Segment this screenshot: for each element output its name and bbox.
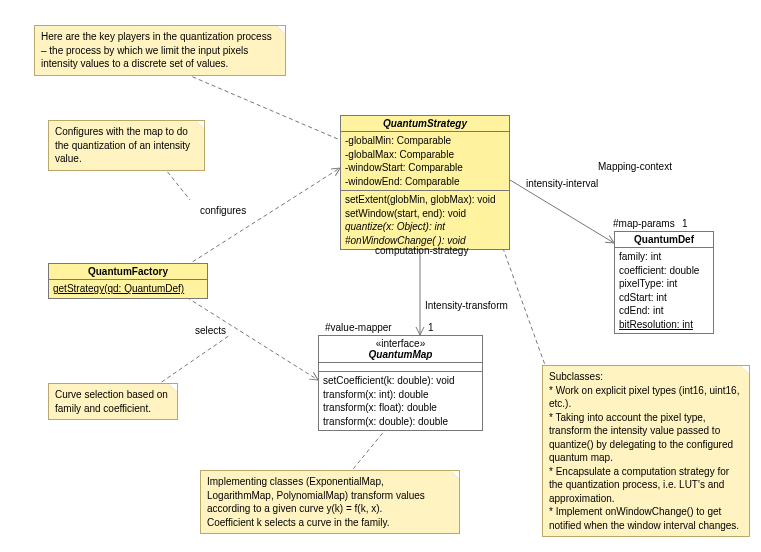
class-name: QuantumDef <box>634 234 694 245</box>
class-attrs-empty <box>319 363 482 372</box>
class-name: QuantumFactory <box>88 266 168 277</box>
class-title: «interface» QuantumMap <box>319 336 482 363</box>
attr-bitresolution: bitResolution: int <box>619 318 709 332</box>
label-intensity-transform: Intensity-transform <box>425 300 508 311</box>
class-ops: getStrategy(qd: QuantumDef) <box>49 280 207 298</box>
class-quantum-factory: QuantumFactory getStrategy(qd: QuantumDe… <box>48 263 208 299</box>
label-map-params-mult: 1 <box>682 218 688 229</box>
attr-cdstart: cdStart: int <box>619 291 709 305</box>
attr-pixeltype: pixelType: int <box>619 277 709 291</box>
label-value-mapper-mult: 1 <box>428 322 434 333</box>
attr-globalmin: -globalMin: Comparable <box>345 134 505 148</box>
attr-globalmax: -globalMax: Comparable <box>345 148 505 162</box>
class-stereo: «interface» <box>323 338 478 349</box>
op-transform-int: transform(x: int): double <box>323 388 478 402</box>
class-quantum-map: «interface» QuantumMap setCoefficient(k:… <box>318 335 483 431</box>
op-transform-double: transform(x: double): double <box>323 415 478 429</box>
note-selects-text: Curve selection based on family and coef… <box>55 389 168 414</box>
class-quantum-def: QuantumDef family: int coefficient: doub… <box>614 231 714 334</box>
op-quantize: quantize(x: Object): int <box>345 220 505 234</box>
label-value-mapper: #value-mapper <box>325 322 392 333</box>
op-setextent: setExtent(globMin, globMax): void <box>345 193 505 207</box>
class-name: QuantumMap <box>369 349 433 360</box>
class-name: QuantumStrategy <box>383 118 467 129</box>
op-setcoefficient: setCoefficient(k: double): void <box>323 374 478 388</box>
op-transform-float: transform(x: float): double <box>323 401 478 415</box>
note-subclasses: Subclasses: * Work on explicit pixel typ… <box>542 365 750 537</box>
attr-windowstart: -windowStart: Comparable <box>345 161 505 175</box>
attr-coefficient: coefficient: double <box>619 264 709 278</box>
attr-family: family: int <box>619 250 709 264</box>
label-mapping-context: Mapping-context <box>598 161 672 172</box>
note-configures: Configures with the map to do the quanti… <box>48 120 205 171</box>
class-title: QuantumStrategy <box>341 116 509 132</box>
note-subclasses-text: Subclasses: * Work on explicit pixel typ… <box>549 371 739 531</box>
note-intro-text: Here are the key players in the quantiza… <box>41 31 272 69</box>
class-attrs: -globalMin: Comparable -globalMax: Compa… <box>341 132 509 191</box>
note-configures-text: Configures with the map to do the quanti… <box>55 126 190 164</box>
svg-line-6 <box>510 180 614 243</box>
svg-line-4 <box>150 335 230 390</box>
note-mapimpl: Implementing classes (ExponentialMap, Lo… <box>200 470 460 534</box>
op-getstrategy: getStrategy(qd: QuantumDef) <box>53 283 184 294</box>
class-attrs: family: int coefficient: double pixelTyp… <box>615 248 713 333</box>
label-configures: configures <box>200 205 246 216</box>
svg-line-0 <box>186 74 340 140</box>
op-setwindow: setWindow(start, end): void <box>345 207 505 221</box>
class-ops: setCoefficient(k: double): void transfor… <box>319 372 482 430</box>
svg-line-2 <box>175 168 340 273</box>
note-intro: Here are the key players in the quantiza… <box>34 25 286 76</box>
attr-windowend: -windowEnd: Comparable <box>345 175 505 189</box>
attr-cdend: cdEnd: int <box>619 304 709 318</box>
label-intensity-interval: intensity-interval <box>526 178 598 189</box>
label-computation-strategy: computation-strategy <box>375 245 468 256</box>
class-title: QuantumFactory <box>49 264 207 280</box>
class-title: QuantumDef <box>615 232 713 248</box>
note-selects: Curve selection based on family and coef… <box>48 383 178 420</box>
class-quantum-strategy: QuantumStrategy -globalMin: Comparable -… <box>340 115 510 250</box>
label-selects: selects <box>195 325 226 336</box>
class-ops: setExtent(globMin, globMax): void setWin… <box>341 191 509 249</box>
label-map-params: #map-params <box>613 218 675 229</box>
note-mapimpl-text: Implementing classes (ExponentialMap, Lo… <box>207 476 425 528</box>
